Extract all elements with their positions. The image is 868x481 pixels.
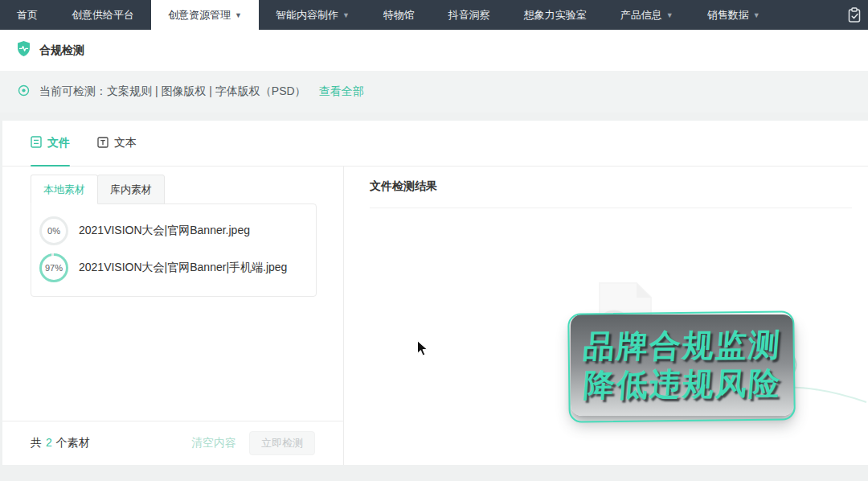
left-footer: 共 2 个素材 清空内容 立即检测 [2,421,343,465]
results-divider [370,208,852,208]
nav-item[interactable]: 销售数据 ▼ [690,0,777,30]
material-subtabs: 本地素材 库内素材 [31,175,165,204]
nav-item-label: 智能内容制作 [276,8,338,23]
progress-ring: 0% [39,216,68,245]
file-name: 2021VISION大会|官网Banner|手机端.jpeg [79,261,287,275]
count-prefix: 共 [31,436,42,450]
file-name: 2021VISION大会|官网Banner.jpeg [79,224,250,238]
file-row[interactable]: 0% 2021VISION大会|官网Banner.jpeg [39,212,316,249]
nav-item-label: 创意资源管理 [168,8,231,23]
chevron-down-icon: ▼ [753,11,760,19]
nav-item[interactable]: 创意供给平台 [55,0,151,30]
tab-bar: 文件 文本 [2,121,868,166]
tab-text[interactable]: 文本 [97,121,137,166]
count-number: 2 [46,436,52,450]
notice-bar: 当前可检测：文案规则 | 图像版权 | 字体版权（PSD） 查看全部 [0,71,868,113]
app-header: 合规检测 [0,30,868,71]
chevron-down-icon: ▼ [342,11,350,19]
progress-label: 97% [42,256,66,280]
nav-item[interactable]: 智能内容制作 ▼ [259,0,366,30]
clipboard-check-icon[interactable] [845,6,863,24]
subtab-local-label: 本地素材 [43,183,85,197]
file-list: 0% 2021VISION大会|官网Banner.jpeg 97% 2021VI… [31,204,317,297]
text-icon [97,137,108,150]
nav-item-label: 想象力实验室 [524,8,587,23]
page-title: 合规检测 [39,43,84,58]
nav-item[interactable]: 抖音洞察 [432,0,507,30]
detect-now-button[interactable]: 立即检测 [249,431,315,455]
nav-item-label: 产品信息 [620,8,662,23]
nav-item-label: 抖音洞察 [448,8,490,23]
progress-ring: 97% [39,253,68,282]
file-icon [31,136,42,150]
clear-content-link[interactable]: 清空内容 [191,436,236,450]
view-all-link[interactable]: 查看全部 [319,84,364,99]
file-row[interactable]: 97% 2021VISION大会|官网Banner|手机端.jpeg [39,249,316,286]
nav-item-label: 首页 [17,8,38,23]
nav-item-label: 创意供给平台 [72,8,134,23]
nav-item[interactable]: 特物馆 [366,0,432,30]
tab-file-label: 文件 [47,136,70,150]
tab-text-label: 文本 [114,136,137,150]
chevron-down-icon: ▼ [235,11,242,19]
nav-item[interactable]: 首页 [0,0,55,30]
top-nav: 首页 创意供给平台 创意资源管理 ▼ 智能内容制作 ▼ 特物馆 抖音洞察 想象力… [0,0,868,30]
subtab-local-material[interactable]: 本地素材 [31,175,98,204]
top-nav-items: 首页 创意供给平台 创意资源管理 ▼ 智能内容制作 ▼ 特物馆 抖音洞察 想象力… [0,0,777,30]
count-suffix: 个素材 [56,436,90,450]
nav-item-label: 特物馆 [383,8,415,23]
panel-divider [343,166,344,465]
progress-label: 0% [42,219,66,243]
promo-line-1: 品牌合规监测 [582,326,783,366]
chevron-down-icon: ▼ [666,11,674,19]
nav-item[interactable]: 创意资源管理 ▼ [151,0,259,30]
nav-item[interactable]: 想象力实验室 [507,0,604,30]
subtab-library-material[interactable]: 库内素材 [97,175,165,204]
material-count: 共 2 个素材 [31,436,90,450]
notice-text: 当前可检测：文案规则 | 图像版权 | 字体版权（PSD） [39,84,306,99]
nav-item[interactable]: 产品信息 ▼ [604,0,690,30]
tab-file[interactable]: 文件 [31,121,70,166]
shield-check-icon [16,40,31,60]
promo-banner: 品牌合规监测 降低违规风险 [571,314,794,416]
promo-line-2: 降低违规风险 [582,364,783,405]
subtab-library-label: 库内素材 [110,183,152,197]
nav-item-label: 销售数据 [707,8,749,23]
results-title: 文件检测结果 [370,179,437,194]
circle-dot-icon [18,84,30,99]
